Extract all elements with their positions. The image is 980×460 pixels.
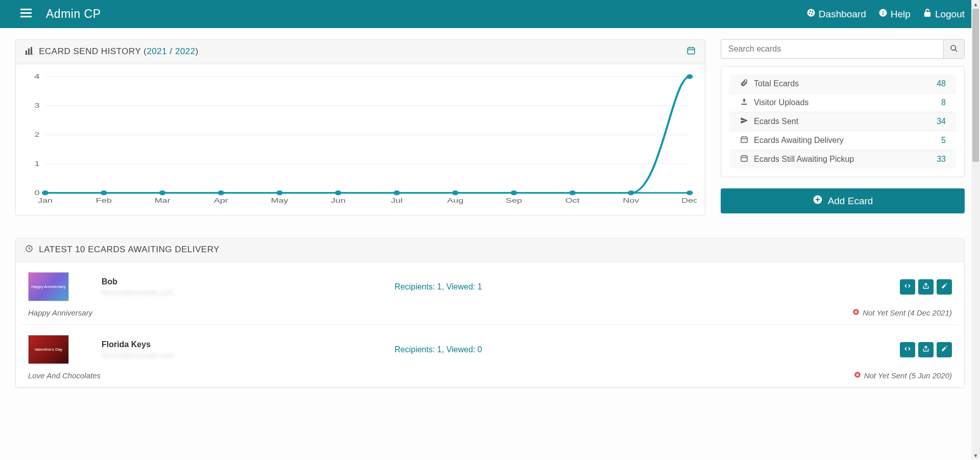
- calendar-icon: [740, 135, 749, 146]
- awaiting-list: Happy Anniversary Bob blurred@example.co…: [16, 262, 964, 388]
- brand-title: Admin CP: [46, 7, 101, 21]
- logout-link[interactable]: Logout: [923, 8, 965, 20]
- ecard-meta: Bob blurred@example.com: [102, 277, 362, 297]
- svg-text:0: 0: [34, 189, 39, 196]
- ecard-meta: Florida Keys blurred@example.com: [102, 340, 362, 359]
- ecard-top: Valentine's Day Florida Keys blurred@exa…: [21, 335, 959, 364]
- topbar: Admin CP Dashboard i Help Logout: [0, 0, 980, 28]
- pencil-icon: [941, 282, 948, 291]
- awaiting-panel: LATEST 10 ECARDS AWAITING DELIVERY Happy…: [15, 238, 965, 388]
- logout-label: Logout: [935, 9, 965, 20]
- svg-rect-62: [742, 104, 747, 105]
- add-ecard-button[interactable]: Add Ecard: [721, 188, 965, 213]
- svg-text:4: 4: [34, 72, 39, 80]
- ecard-email: blurred@example.com: [102, 288, 362, 297]
- ecard-bottom: Love And Chocolates Not Yet Sent (5 Jun …: [21, 364, 959, 388]
- ecard-title: Happy Anniversary: [28, 308, 92, 317]
- svg-point-56: [511, 190, 517, 195]
- ecard-sender: Florida Keys: [102, 340, 362, 349]
- stat-value: 34: [937, 117, 946, 126]
- chart-title: ECARD SEND HISTORY (2021 / 2022): [25, 46, 199, 57]
- ecard-status-text: Not Yet Sent (5 Jun 2020): [864, 371, 952, 380]
- topbar-nav: Dashboard i Help Logout: [806, 8, 965, 20]
- svg-text:May: May: [271, 197, 288, 204]
- line-chart: 01234JanFebMarAprMayJunJulAugSepOctNovDe…: [24, 71, 697, 206]
- ecard-thumbnail[interactable]: Happy Anniversary: [28, 272, 69, 301]
- view-button[interactable]: [900, 342, 915, 357]
- scrollbar-track[interactable]: ▲ ▼: [971, 0, 980, 399]
- chart-year2-link[interactable]: 2022: [175, 46, 195, 56]
- ecard-title: Love And Chocolates: [28, 371, 101, 380]
- svg-text:i: i: [882, 10, 884, 16]
- stat-row[interactable]: Ecards Still Awaiting Pickup33: [729, 150, 956, 168]
- plus-circle-icon: [813, 195, 823, 207]
- edit-button[interactable]: [937, 279, 952, 295]
- pencil-icon: [941, 345, 948, 354]
- stat-row[interactable]: Visitor Uploads8: [729, 93, 956, 112]
- svg-point-52: [276, 190, 282, 195]
- stat-row[interactable]: Total Ecards48: [729, 75, 956, 93]
- search-input[interactable]: [721, 39, 943, 59]
- times-circle-icon: [854, 371, 861, 380]
- scrollbar-thumb[interactable]: [972, 9, 979, 162]
- ecard-row: Happy Anniversary Bob blurred@example.co…: [16, 262, 964, 325]
- stat-value: 48: [937, 79, 946, 88]
- dashboard-link[interactable]: Dashboard: [806, 8, 866, 20]
- stat-label-text: Ecards Still Awaiting Pickup: [754, 155, 854, 164]
- svg-point-51: [218, 190, 224, 195]
- view-button[interactable]: [900, 279, 915, 295]
- stat-row[interactable]: Ecards Sent34: [729, 112, 956, 131]
- svg-point-53: [335, 190, 341, 195]
- stat-value: 33: [937, 155, 946, 164]
- menu-toggle-icon[interactable]: [20, 8, 32, 21]
- stat-label-text: Visitor Uploads: [754, 98, 808, 107]
- stat-label-text: Ecards Awaiting Delivery: [754, 136, 844, 145]
- ecard-status-text: Not Yet Sent (4 Dec 2021): [863, 308, 952, 317]
- binoculars-icon: [904, 345, 911, 354]
- main-content: ECARD SEND HISTORY (2021 / 2022) 01234Ja…: [0, 28, 980, 238]
- search-button[interactable]: [943, 39, 965, 59]
- chart-panel-header: ECARD SEND HISTORY (2021 / 2022): [16, 40, 705, 64]
- share-button[interactable]: [918, 342, 934, 357]
- awaiting-panel-header: LATEST 10 ECARDS AWAITING DELIVERY: [16, 238, 964, 262]
- share-button[interactable]: [918, 279, 934, 295]
- svg-text:Apr: Apr: [214, 197, 228, 204]
- lock-icon: [923, 8, 932, 20]
- ecard-thumbnail[interactable]: Valentine's Day: [28, 335, 69, 364]
- search-icon: [950, 44, 958, 54]
- svg-text:Jan: Jan: [38, 197, 53, 204]
- edit-button[interactable]: [937, 342, 952, 357]
- chart-year-sep: /: [167, 46, 175, 56]
- stat-label: Ecards Still Awaiting Pickup: [740, 154, 854, 164]
- svg-text:Sep: Sep: [506, 197, 522, 204]
- search-row: [721, 39, 965, 59]
- chart-year1-link[interactable]: 2021: [146, 46, 167, 56]
- svg-rect-7: [28, 49, 30, 54]
- ecard-sender: Bob: [102, 277, 362, 286]
- ecard-actions: [900, 342, 952, 357]
- svg-rect-9: [25, 54, 33, 55]
- calendar-icon[interactable]: [687, 46, 696, 58]
- ecard-status: Not Yet Sent (4 Dec 2021): [852, 308, 952, 317]
- svg-text:Dec: Dec: [681, 197, 697, 204]
- stat-row[interactable]: Ecards Awaiting Delivery5: [729, 131, 956, 150]
- svg-line-61: [955, 50, 957, 52]
- ecard-stats: Recipients: 1, Viewed: 0: [395, 345, 867, 354]
- svg-rect-5: [925, 12, 930, 16]
- chart-body: 01234JanFebMarAprMayJunJulAugSepOctNovDe…: [16, 64, 705, 215]
- upload-icon: [740, 98, 749, 108]
- share-icon: [922, 345, 929, 354]
- dashboard-label: Dashboard: [819, 9, 866, 20]
- svg-point-59: [687, 190, 693, 195]
- ecard-email: blurred@example.com: [102, 351, 362, 359]
- svg-point-58: [628, 190, 634, 195]
- svg-point-55: [452, 190, 458, 195]
- stat-label: Ecards Awaiting Delivery: [740, 135, 844, 146]
- stat-label-text: Ecards Sent: [754, 117, 798, 126]
- stats-panel: Total Ecards48Visitor Uploads8Ecards Sen…: [721, 66, 965, 177]
- svg-point-49: [101, 190, 107, 195]
- scroll-up-arrow-icon[interactable]: ▲: [971, 0, 980, 9]
- svg-text:Jun: Jun: [331, 197, 346, 204]
- share-icon: [922, 282, 929, 291]
- help-link[interactable]: i Help: [878, 8, 911, 20]
